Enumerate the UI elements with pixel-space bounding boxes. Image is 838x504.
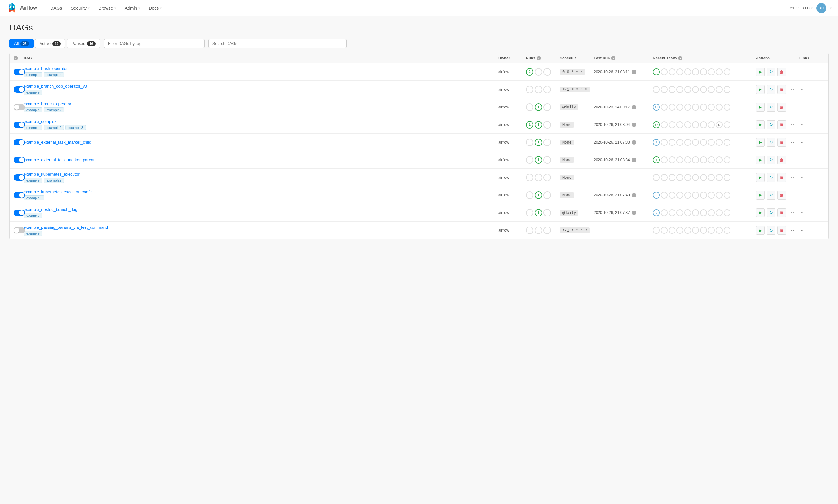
more-actions-button[interactable]: ··· [788, 69, 796, 75]
run-circle[interactable] [543, 103, 551, 111]
delete-dag-button[interactable]: 🗑 [777, 156, 786, 164]
dag-name-link[interactable]: example_bash_operator [23, 66, 496, 71]
run-circle[interactable] [526, 191, 533, 199]
task-circle[interactable] [661, 69, 667, 75]
task-circle[interactable] [684, 86, 691, 93]
task-circle[interactable] [676, 209, 683, 216]
task-circle[interactable] [668, 157, 676, 163]
task-circle[interactable] [708, 86, 715, 93]
task-circle[interactable] [700, 139, 707, 146]
task-circle[interactable] [668, 209, 676, 216]
task-circle[interactable] [700, 69, 707, 75]
delete-dag-button[interactable]: 🗑 [777, 226, 786, 235]
dag-links[interactable]: ··· [799, 140, 824, 145]
task-circle[interactable] [724, 139, 731, 146]
task-circle[interactable] [724, 227, 731, 234]
dag-tag[interactable]: example2 [44, 125, 65, 130]
dag-name-link[interactable]: example_external_task_marker_child [23, 140, 496, 145]
task-circle[interactable] [684, 157, 691, 163]
delete-dag-button[interactable]: 🗑 [777, 85, 786, 94]
task-circle[interactable] [724, 174, 731, 181]
task-circle[interactable] [716, 139, 723, 146]
run-circle[interactable]: 1 [535, 209, 542, 216]
task-circle[interactable] [684, 227, 691, 234]
refresh-dag-button[interactable]: ↻ [767, 173, 775, 182]
delete-dag-button[interactable]: 🗑 [777, 138, 786, 147]
dag-tag[interactable]: example [23, 125, 42, 130]
run-circle[interactable] [543, 139, 551, 146]
run-circle[interactable] [526, 86, 533, 93]
info-icon[interactable]: i [632, 140, 636, 145]
task-circle[interactable] [676, 157, 683, 163]
task-circle[interactable] [708, 69, 715, 75]
more-actions-button[interactable]: ··· [788, 175, 796, 180]
dag-toggle-example_branch_operator[interactable] [14, 104, 25, 110]
dag-name-link[interactable]: example_branch_operator [23, 102, 496, 106]
task-circle[interactable] [661, 86, 667, 93]
dag-tag[interactable]: example3 [23, 195, 44, 200]
task-circle[interactable] [708, 139, 715, 146]
more-actions-button[interactable]: ··· [788, 122, 796, 128]
dag-toggle-example_kubernetes_executor[interactable] [14, 174, 25, 181]
refresh-dag-button[interactable]: ↻ [767, 191, 775, 199]
run-circle[interactable] [526, 103, 533, 111]
run-circle[interactable] [543, 121, 551, 128]
dag-links[interactable]: ··· [799, 157, 824, 163]
trigger-dag-button[interactable]: ▶ [756, 191, 765, 199]
trigger-dag-button[interactable]: ▶ [756, 68, 765, 76]
delete-dag-button[interactable]: 🗑 [777, 68, 786, 76]
refresh-dag-button[interactable]: ↻ [767, 85, 775, 94]
filter-all-tab[interactable]: All 26 [10, 39, 34, 48]
refresh-dag-button[interactable]: ↻ [767, 156, 775, 164]
task-circle[interactable] [708, 104, 715, 111]
more-actions-button[interactable]: ··· [788, 104, 796, 110]
dag-name-link[interactable]: example_complex [23, 119, 496, 124]
task-circle[interactable]: 37 [653, 121, 660, 128]
refresh-dag-button[interactable]: ↻ [767, 138, 775, 147]
refresh-dag-button[interactable]: ↻ [767, 226, 775, 235]
task-circle[interactable] [676, 139, 683, 146]
task-circle[interactable] [708, 121, 715, 128]
dag-tag[interactable]: example [23, 107, 42, 112]
task-circle[interactable] [716, 174, 723, 181]
task-circle[interactable] [716, 157, 723, 163]
task-circle[interactable] [668, 174, 676, 181]
run-circle[interactable] [543, 227, 551, 234]
info-icon[interactable]: i [632, 193, 636, 197]
run-circle[interactable] [526, 209, 533, 216]
delete-dag-button[interactable]: 🗑 [777, 208, 786, 217]
run-circle[interactable]: 1 [535, 191, 542, 199]
delete-dag-button[interactable]: 🗑 [777, 120, 786, 129]
more-actions-button[interactable]: ··· [788, 228, 796, 233]
task-circle[interactable] [724, 104, 731, 111]
task-circle[interactable]: 11 [653, 104, 660, 111]
task-circle[interactable] [668, 69, 676, 75]
task-circle[interactable] [716, 104, 723, 111]
task-circle[interactable]: 9 [653, 209, 660, 216]
run-circle[interactable] [535, 174, 542, 181]
brand[interactable]: Airflow [6, 2, 37, 14]
task-circle[interactable] [700, 209, 707, 216]
task-circle[interactable] [684, 209, 691, 216]
task-circle[interactable] [708, 209, 715, 216]
dag-tag[interactable]: example3 [65, 125, 86, 130]
trigger-dag-button[interactable]: ▶ [756, 173, 765, 182]
task-circle[interactable] [684, 104, 691, 111]
run-circle[interactable]: 1 [535, 103, 542, 111]
task-circle[interactable] [661, 157, 667, 163]
task-circle[interactable] [692, 227, 699, 234]
run-circle[interactable] [535, 86, 542, 93]
task-circle[interactable] [692, 86, 699, 93]
dag-links[interactable]: ··· [799, 210, 824, 216]
info-icon[interactable]: i [632, 105, 636, 109]
dag-name-link[interactable]: example_kubernetes_executor_config [23, 190, 496, 194]
refresh-dag-button[interactable]: ↻ [767, 103, 775, 111]
dag-links[interactable]: ··· [799, 175, 824, 180]
run-circle[interactable] [543, 156, 551, 164]
nav-browse[interactable]: Browse ▾ [95, 4, 120, 13]
task-circle[interactable] [708, 227, 715, 234]
task-circle[interactable] [700, 227, 707, 234]
run-circle[interactable] [543, 68, 551, 76]
search-input[interactable] [209, 39, 347, 48]
task-circle[interactable] [692, 209, 699, 216]
